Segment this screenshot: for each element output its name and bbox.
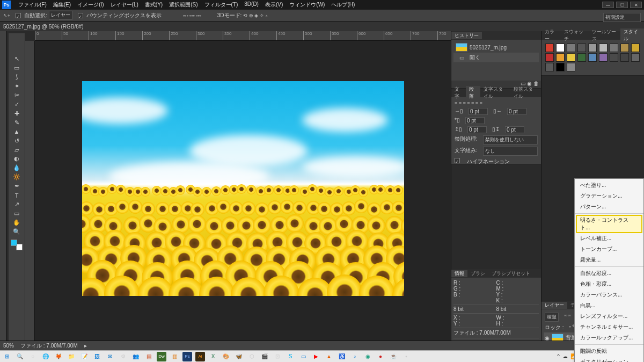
swatch[interactable] <box>556 53 565 62</box>
firefox-icon[interactable]: 🦊 <box>54 352 63 361</box>
record-icon[interactable]: ● <box>376 352 385 361</box>
tab-layers[interactable]: レイヤー <box>541 302 567 309</box>
space-before-field[interactable]: 0 pt <box>467 126 487 133</box>
generic-icon[interactable]: ⬡ <box>247 352 257 361</box>
menu-item[interactable]: 自然な彩度... <box>575 268 643 279</box>
move-tool[interactable]: ↖ <box>11 55 22 63</box>
menu-item[interactable]: 明るさ・コントラスト... <box>576 215 642 233</box>
brush-tool[interactable]: ✎ <box>11 118 22 127</box>
menu-window[interactable]: ウィンドウ(W) <box>286 1 328 9</box>
swatch[interactable] <box>567 53 575 62</box>
kinsoku-select[interactable]: 禁則を使用しない <box>483 135 538 144</box>
text-tool[interactable]: T <box>11 191 22 200</box>
menu-item[interactable]: レベル補正... <box>575 233 643 244</box>
menu-item[interactable]: グラデーション... <box>575 191 643 201</box>
menu-file[interactable]: ファイル(F) <box>15 1 50 9</box>
menu-item[interactable]: レンズフィルター... <box>575 311 643 322</box>
swatch[interactable] <box>610 53 618 62</box>
eraser-tool[interactable]: ▱ <box>11 146 22 154</box>
history-brush-tool[interactable]: ↺ <box>11 136 22 145</box>
align-controls[interactable]: ▫▫▫ ▫▫▫ ▫▫▫ <box>183 13 201 18</box>
tab-toolsource[interactable]: ツールソース <box>589 28 621 42</box>
indent-first-field[interactable]: 0 pt <box>465 117 485 124</box>
menu-help[interactable]: ヘルプ(H) <box>328 1 358 9</box>
history-item[interactable]: 5025127_m.jpg <box>453 42 539 53</box>
menu-item[interactable]: カラーバランス... <box>575 289 643 300</box>
wand-tool[interactable]: ✦ <box>11 82 22 91</box>
tab-parastyle[interactable]: 段落スタイル <box>510 86 541 100</box>
gradient-tool[interactable]: ◐ <box>11 155 22 163</box>
cortana-icon[interactable]: ○ <box>28 352 38 361</box>
swatch[interactable] <box>620 44 629 52</box>
menu-item[interactable]: パターン... <box>575 201 643 212</box>
tab-paragraph[interactable]: 段落 <box>466 86 480 100</box>
hyphenation-checkbox[interactable] <box>455 158 460 163</box>
generic-icon[interactable]: 🦋 <box>234 352 244 361</box>
tab-brush[interactable]: ブラシ <box>467 270 488 277</box>
vlc-icon[interactable]: ▲ <box>324 352 334 361</box>
generic-icon[interactable]: 🎨 <box>221 352 231 361</box>
minimize-button[interactable]: — <box>602 2 614 8</box>
swatch[interactable] <box>556 44 565 52</box>
indent-left-field[interactable]: 0 pt <box>469 108 488 115</box>
zoom-tool[interactable]: 🔍 <box>11 227 22 236</box>
tray-up-icon[interactable]: ^ <box>557 353 560 359</box>
color-swatches[interactable] <box>11 240 23 250</box>
generic-icon[interactable]: ☕ <box>389 352 398 361</box>
align-buttons[interactable]: ≡ ≡ ≡ ≡ ≡ ≡ ≡ <box>453 99 539 107</box>
tab-style[interactable]: スタイル <box>620 28 644 42</box>
marquee-tool[interactable]: ▭ <box>11 64 22 73</box>
history-item[interactable]: ▭開く <box>453 53 539 62</box>
dw-icon[interactable]: Dw <box>157 352 166 361</box>
swatch[interactable] <box>599 53 608 62</box>
layer-type-select[interactable]: 種類 <box>545 313 559 322</box>
menu-item[interactable]: べた塗り... <box>575 180 643 191</box>
explorer-icon[interactable]: 📁 <box>67 352 76 361</box>
notepad-icon[interactable]: 📝 <box>79 352 89 361</box>
autoselect-checkbox[interactable] <box>16 13 21 18</box>
swatch[interactable] <box>567 44 575 52</box>
hand-tool[interactable]: ✋ <box>11 218 22 227</box>
swatch[interactable] <box>631 44 640 52</box>
swatch[interactable] <box>631 53 640 62</box>
swatch[interactable] <box>588 44 597 52</box>
generic-icon[interactable]: ⊡ <box>273 352 282 361</box>
yt-icon[interactable]: ▶ <box>311 352 321 361</box>
tab-color[interactable]: カラー <box>541 28 561 42</box>
generic-icon[interactable]: ▤ <box>144 352 153 361</box>
document-tab[interactable]: 5025127_m.jpg @ 50% (RGB/8#) <box>3 24 84 30</box>
lasso-tool[interactable]: ⟆ <box>11 73 22 82</box>
shape-tool[interactable]: ▭ <box>11 209 22 218</box>
space-after-field[interactable]: 0 pt <box>505 126 524 133</box>
tab-charstyle[interactable]: 文字スタイル <box>480 86 511 100</box>
menu-layer[interactable]: レイヤー(L) <box>107 1 142 9</box>
mojikumi-select[interactable]: なし <box>483 147 538 156</box>
indent-right-field[interactable]: 0 pt <box>507 108 526 115</box>
swatch[interactable] <box>545 53 554 62</box>
dodge-tool[interactable]: 🔆 <box>11 173 22 182</box>
menu-item[interactable]: 露光量... <box>575 255 643 265</box>
zoom-field[interactable]: 50% <box>3 343 14 349</box>
outlook-icon[interactable]: ✉ <box>105 352 115 361</box>
canvas-viewport[interactable] <box>35 41 451 349</box>
chrome-icon[interactable]: 🌐 <box>41 352 50 361</box>
tab-info[interactable]: 情報 <box>451 270 467 277</box>
visibility-icon[interactable]: ◉ <box>545 335 550 341</box>
path-tool[interactable]: ↗ <box>11 200 22 209</box>
menu-item[interactable]: 色相・彩度... <box>575 279 643 289</box>
heal-tool[interactable]: ✚ <box>11 109 22 118</box>
swatch[interactable] <box>599 44 608 52</box>
swatch[interactable] <box>610 44 618 52</box>
skype-icon[interactable]: S <box>286 352 295 361</box>
swatch[interactable] <box>588 53 597 62</box>
ai-icon[interactable]: Ai <box>195 352 205 361</box>
tab-history[interactable]: ヒストリー <box>451 32 482 39</box>
teams-icon[interactable]: 👥 <box>131 352 141 361</box>
generic-icon[interactable]: ♿ <box>337 352 347 361</box>
blur-tool[interactable]: 💧 <box>11 164 22 172</box>
autoselect-select[interactable]: レイヤー <box>49 11 72 20</box>
tab-char[interactable]: 文字 <box>451 86 466 100</box>
menu-3d[interactable]: 3D(D) <box>241 1 262 9</box>
ps-icon[interactable]: Ps <box>182 352 192 361</box>
generic-icon[interactable]: ▭ <box>298 352 308 361</box>
